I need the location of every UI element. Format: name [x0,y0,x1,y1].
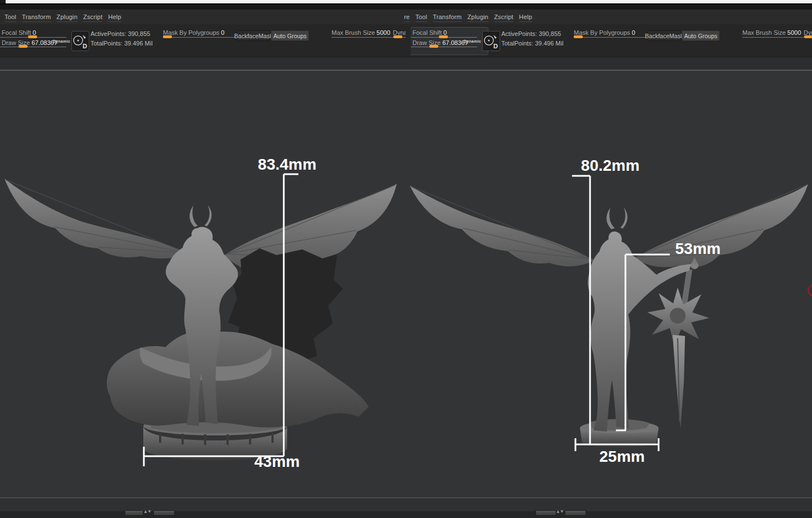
draw-size-handle[interactable] [19,45,28,48]
measurement-right-base-width: 25mm [594,448,650,466]
menu-transform[interactable]: Transform [433,13,462,22]
measurement-right-sword-height: 53mm [670,240,726,258]
scroll-up-icon[interactable]: ▲ [556,509,560,514]
menu-transform[interactable]: Transform [22,13,51,22]
backface-mask-button[interactable]: BackfaceMask [647,30,681,41]
menu-help[interactable]: Help [108,13,121,22]
mask-by-polygroups-track[interactable] [574,37,646,38]
sculpt-viewport[interactable] [0,71,812,497]
active-points-readout: ActivePoints: 390,855 [90,30,150,37]
figure-horns [189,205,211,227]
bottom-strip [0,511,812,518]
draw-mode-brush-button[interactable]: D [482,31,500,51]
toolbar-right-window: Focal Shift 0 Draw Size 67.08367 Dynamic… [411,24,812,57]
menu-help[interactable]: Help [519,13,532,22]
scroll-up-icon[interactable]: ▲ [143,509,147,514]
sub-band [0,57,812,70]
right-canvas-scroll-arrows[interactable]: ▲▼ [556,509,564,514]
draw-size-slider[interactable]: Draw Size 67.08367 [2,39,57,46]
right-canvas-scrollbar-segment[interactable] [565,510,586,516]
menu-zplugin[interactable]: Zplugin [468,13,488,22]
draw-mode-brush-button[interactable]: D [71,31,89,51]
total-points-readout: TotalPoints: 39.496 Mil [501,40,564,47]
left-canvas-scrollbar-segment[interactable] [153,510,175,516]
max-brush-size-slider[interactable]: Max Brush Size 5000 [332,29,391,36]
total-points-readout: TotalPoints: 39.496 Mil [90,40,153,47]
draw-size-track[interactable] [411,47,477,47]
menu-left-window: Tool Transform Zplugin Zscript Help [4,13,121,22]
backface-mask-button[interactable]: BackfaceMask [237,30,270,41]
figure-horns [606,207,627,229]
measurement-right-height: 80.2mm [577,157,644,175]
toolbar-left-window: Focal Shift 0 Draw Size 67.08367 Dynamic… [0,24,406,57]
right-canvas-scrollbar-segment[interactable] [536,510,556,516]
svg-text:D: D [83,43,87,49]
menu-tool[interactable]: Tool [415,13,427,22]
scroll-down-icon[interactable]: ▼ [147,509,151,514]
mask-by-polygroups-handle[interactable] [574,35,583,38]
svg-text:D: D [493,43,498,49]
dynamic-label-clipped: Dynamic [393,29,406,36]
focal-shift-handle[interactable] [439,35,448,38]
menu-tool[interactable]: Tool [4,13,16,22]
dynamic-mode-label[interactable]: Dynamic [53,39,70,43]
mask-by-polygroups-handle[interactable] [163,35,172,38]
dragon-body [107,331,369,427]
max-brush-size-track[interactable] [742,37,812,38]
draw-size-handle[interactable] [429,45,438,48]
left-canvas-scroll-arrows[interactable]: ▲▼ [143,509,151,514]
bottom-band [0,498,812,511]
mask-by-polygroups-slider[interactable]: Mask By Polygroups 0 [574,29,635,36]
mask-by-polygroups-track[interactable] [163,37,235,38]
scroll-down-icon[interactable]: ▼ [560,509,564,514]
menu-zscript[interactable]: Zscript [83,13,102,22]
draw-size-track[interactable] [0,47,66,47]
top-dark-band [0,4,812,10]
draw-size-slider[interactable]: Draw Size 67.08367 [412,39,468,46]
menu-zscript[interactable]: Zscript [494,13,513,22]
brush-icon: D [72,31,89,51]
zbrush-app-window: Tool Transform Zplugin Zscript Help re T… [0,0,812,518]
max-brush-size-slider[interactable]: Max Brush Size 5000 [742,29,801,36]
menu-zplugin[interactable]: Zplugin [57,13,78,22]
dynamic-mode-label[interactable]: Dynamic [464,39,481,43]
model-left-front-view [4,179,397,460]
focal-shift-handle[interactable] [28,35,37,38]
brush-icon: D [483,31,500,51]
auto-groups-button[interactable]: Auto Groups [682,30,720,41]
menu-clipped[interactable]: re [404,13,410,22]
model-right-side-view [410,184,808,447]
mask-by-polygroups-slider[interactable]: Mask By Polygroups 0 [163,29,224,36]
right-height-line [572,176,590,444]
left-canvas-scrollbar-segment[interactable] [125,510,143,516]
menu-right-window: re Tool Transform Zplugin Zscript Help [404,13,532,22]
measurement-left-width: 43mm [249,453,305,471]
active-points-readout: ActivePoints: 390,855 [501,30,561,37]
dynamic-label-clipped: Dynamic [804,29,812,36]
measurement-left-height: 83.4mm [253,156,321,174]
auto-groups-button[interactable]: Auto Groups [271,30,309,41]
